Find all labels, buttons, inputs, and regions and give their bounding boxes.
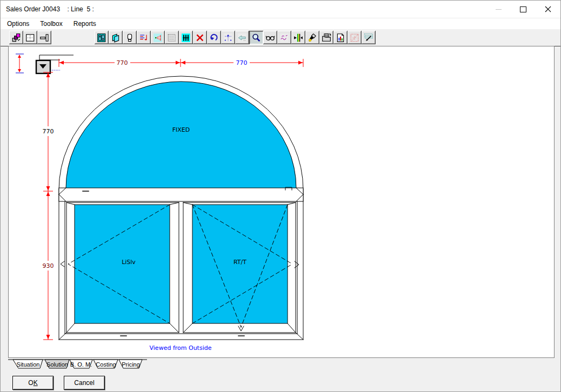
maximize-icon (520, 6, 526, 12)
left-pane-label: LiSlv (122, 259, 136, 266)
cancel-button[interactable]: Cancel (64, 376, 105, 390)
specification-list-button[interactable] (137, 31, 151, 44)
frame-editor-button[interactable] (95, 31, 109, 44)
window-controls (486, 1, 560, 18)
grid-teal-button[interactable] (362, 31, 376, 44)
shift-left-icon (237, 33, 247, 43)
annotate-button[interactable] (277, 31, 291, 44)
zoom-button[interactable] (249, 31, 263, 44)
view-glasses-icon (265, 33, 275, 43)
view-caption: Viewed from Outside (150, 344, 212, 352)
maximize-button[interactable] (511, 1, 536, 18)
paint-brush-button[interactable] (305, 31, 319, 44)
selection-grid-button[interactable] (23, 31, 37, 44)
window-title: Sales Order J0043 : Line 5 : (1, 5, 94, 13)
annotate-icon (279, 33, 289, 43)
report-chart-icon (336, 33, 345, 43)
view-glasses-button[interactable] (263, 31, 277, 44)
window-drawing: FIXED LiSlv RT/T (59, 76, 303, 340)
specification-list-icon (139, 33, 149, 43)
frame-editor-icon (97, 33, 106, 43)
bars-icon (181, 33, 191, 43)
undo-button[interactable] (207, 31, 221, 44)
app-window: Sales Order J0043 : Line 5 : Options Too… (0, 0, 561, 392)
vent-icon (125, 33, 135, 43)
dimension-top-right[interactable]: 770 (236, 59, 248, 66)
undo-icon (209, 33, 219, 43)
delete-button[interactable] (193, 31, 207, 44)
menu-options[interactable]: Options (2, 19, 35, 29)
end-profile-icon (39, 33, 49, 43)
grid-red-icon (350, 33, 359, 43)
dimension-top-left[interactable]: 770 (117, 59, 128, 66)
glazing-icon (111, 33, 121, 43)
selection-grid-icon (25, 33, 35, 43)
dimension-points-button[interactable] (221, 31, 235, 44)
align-arrows-icon (293, 33, 303, 43)
dimension-left-upper[interactable]: 770 (43, 128, 54, 135)
zoom-icon (251, 33, 261, 43)
minimize-button[interactable] (486, 1, 511, 18)
grid-teal-icon (364, 33, 373, 43)
menu-reports[interactable]: Reports (68, 19, 102, 29)
panel-button[interactable] (165, 31, 179, 44)
tab-strip: Situation Solution B. O. M. Costing Pric… (8, 359, 170, 370)
delete-icon (195, 33, 205, 43)
dimension-points-icon (223, 33, 233, 43)
tab-pricing[interactable]: Pricing (119, 360, 142, 368)
title-bar: Sales Order J0043 : Line 5 : (1, 1, 560, 18)
dimension-style-widget (16, 54, 74, 73)
toolbar (1, 29, 560, 46)
vent-button[interactable] (123, 31, 137, 44)
svg-text:Pricing: Pricing (122, 361, 140, 368)
end-profile-button[interactable] (37, 31, 51, 44)
close-button[interactable] (536, 1, 560, 18)
dimension-style-dropdown[interactable] (36, 60, 50, 73)
minimize-icon (496, 9, 502, 10)
grid-red-button[interactable] (348, 31, 362, 44)
toolbar-group-gap (51, 37, 95, 38)
arch-pane[interactable] (66, 82, 296, 188)
svg-text:Costing: Costing (96, 361, 116, 368)
svg-text:B. O. M.: B. O. M. (70, 361, 92, 368)
tab-solution[interactable]: Solution (45, 360, 69, 368)
insert-mesh-icon (153, 33, 163, 43)
tab-bom[interactable]: B. O. M. (70, 360, 92, 368)
shift-left-button[interactable] (235, 31, 249, 44)
drawing-canvas: FIXED LiSlv RT/T (8, 46, 555, 358)
right-pane-label: RT/T (233, 259, 246, 266)
report-chart-button[interactable] (333, 31, 348, 44)
glazing-button[interactable] (109, 31, 123, 44)
tab-costing[interactable]: Costing (94, 360, 118, 368)
paint-brush-icon (308, 33, 317, 43)
arch-pane-label: FIXED (172, 126, 190, 133)
export-grid-button[interactable] (319, 31, 333, 44)
cascade-items-button[interactable] (9, 31, 23, 44)
svg-text:Situation: Situation (17, 361, 40, 368)
ok-button[interactable]: OK (12, 376, 54, 390)
close-icon (545, 6, 551, 12)
align-arrows-button[interactable] (291, 31, 305, 44)
menu-bar: Options Toolbox Reports (1, 18, 560, 29)
menu-toolbox[interactable]: Toolbox (35, 19, 68, 29)
export-grid-icon (322, 33, 331, 43)
tab-situation[interactable]: Situation (13, 360, 43, 368)
insert-mesh-button[interactable] (151, 31, 165, 44)
bars-button[interactable] (179, 31, 193, 44)
cascade-items-icon (11, 33, 21, 43)
dimension-left-lower[interactable]: 930 (43, 262, 54, 269)
panel-icon (167, 33, 177, 43)
svg-text:Solution: Solution (46, 361, 68, 368)
